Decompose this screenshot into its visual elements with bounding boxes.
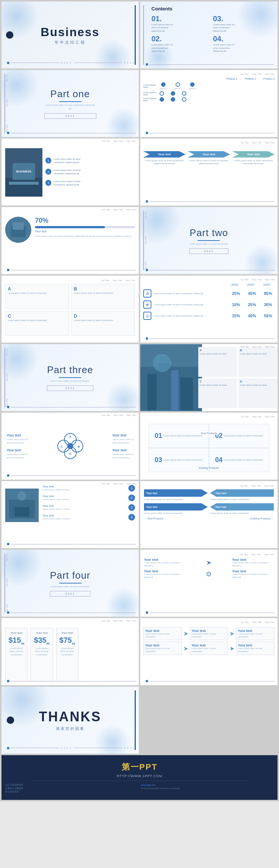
abcd-b: B Lorem ipsum dolor sit amet consectetur bbox=[71, 284, 135, 309]
slide-3col: Top Title Topic Title Topic Title Your t… bbox=[140, 550, 278, 617]
part-four-underline bbox=[59, 583, 81, 584]
part-one-year: 2021 bbox=[44, 113, 96, 119]
svg-rect-1 bbox=[5, 178, 42, 197]
arrow-item-3: Your text Lorem ipsum dolor sit amet con… bbox=[144, 503, 208, 515]
pm-label-new: New Products bbox=[199, 432, 219, 435]
your-text-box-1: Your text Lorem ipsum dolor sit amet con… bbox=[143, 627, 182, 640]
slide12-header: Top Title Topic Title Topic Title bbox=[240, 346, 275, 348]
photo-img-1: BUSINESS bbox=[5, 148, 42, 197]
city-content: A Lorem ipsum dolor sit amet B Lorem ips… bbox=[195, 344, 278, 411]
part-three-desc: Lorem ipsum dolor sit amet consectetur bbox=[47, 379, 93, 383]
slide-products-matrix: Top Title Topic Title Topic Title New Pr… bbox=[140, 413, 278, 480]
part-two-underline bbox=[198, 240, 220, 241]
3col-1: Your text Lorem ipsum dolor sit amet con… bbox=[144, 558, 186, 567]
3col-grid: Your text Lorem ipsum dolor sit amet con… bbox=[144, 558, 274, 579]
slide-part-four: Top Title Topic Title Topic Title Part f… bbox=[1, 550, 139, 617]
stats-row-2: ❋ Lorem ipsum dolor sit amet consectetur… bbox=[143, 301, 275, 309]
pm-grid: 01 Lorem ipsum dolor sit amet consectetu… bbox=[148, 424, 269, 472]
slide-part-two: Top Title Topic Title Topic Title Part t… bbox=[140, 207, 278, 274]
your-text-box-3: Your text Lorem ipsum dolor sit amet con… bbox=[236, 627, 275, 640]
contents-item-2: 02. Lorem ipsum dolor sitamet consectetu… bbox=[151, 35, 211, 53]
your-text-box-6: Your text Lorem ipsum dolor sit amet con… bbox=[236, 642, 275, 655]
3col-gear: ⚙ bbox=[188, 569, 230, 579]
arrow-item-4: Your text Lorem ipsum dolor sit amet con… bbox=[210, 503, 274, 515]
contents-title: Contents bbox=[151, 6, 272, 12]
city-quad-d: D Lorem ipsum dolor sit amet bbox=[238, 378, 277, 408]
part-one-desc: Lorem ipsum dolor sit amet consectetur a… bbox=[44, 104, 96, 111]
footer-divider bbox=[32, 780, 247, 781]
clover-right-top: Your text Lorem ipsum dolor sitamet cons… bbox=[112, 433, 134, 444]
3col-2: Your text Lorem ipsum dolor sit amet con… bbox=[232, 558, 274, 567]
slide20-header: Top Title Topic Title Topic Title bbox=[143, 621, 275, 623]
product-col-headers: Product 1 Product 2 Product 3 bbox=[143, 77, 275, 80]
slide-thanks: THANKS 感谢您的观看 202X 2031 bbox=[1, 687, 139, 754]
svg-text:C: C bbox=[61, 445, 63, 448]
svg-point-14 bbox=[153, 354, 171, 372]
contents-item-3: 03. Lorem ipsum dolor sitamet consectetu… bbox=[213, 15, 273, 32]
svg-rect-27 bbox=[15, 507, 29, 516]
svg-text:D: D bbox=[69, 452, 71, 455]
thanks-dot bbox=[7, 716, 14, 724]
slide5-header: Top Title Topic Title Topic Title bbox=[102, 140, 136, 142]
slide15-header: Top Title Topic Title Topic Title bbox=[102, 483, 136, 485]
slide7-header: Top Title Topic Title Topic Title bbox=[102, 209, 136, 211]
city-quad-c: C Lorem ipsum dolor sit amet bbox=[198, 378, 237, 408]
part-one-title: Part one bbox=[44, 88, 96, 100]
footer-logo: 第一PPT bbox=[122, 762, 158, 773]
progress-label: Your text bbox=[35, 230, 135, 233]
contents-item-1: 01. Lorem ipsum dolor sitamet consectetu… bbox=[151, 15, 211, 32]
slide-part-three: Top Title Topic Title Topic Title Part t… bbox=[1, 344, 139, 411]
main-grid: Business 年中总结汇报 202X 2031 Contents 01. L… bbox=[0, 0, 279, 801]
slide6-header: Top Title Topic Title Topic Title bbox=[143, 142, 275, 144]
part-four-title: Part four bbox=[50, 570, 90, 581]
product-row-1: Lorem ipsum dolor Method 1 Method 1 Meth… bbox=[143, 82, 275, 90]
city-photo bbox=[140, 344, 202, 411]
ribbon-container: Your text Lorem ipsum dolor sit amet con… bbox=[143, 151, 275, 165]
pm-cell-01: 01 Lorem ipsum dolor sit amet consectetu… bbox=[148, 424, 209, 448]
slide-ribbons: Top Title Topic Title Topic Title Your t… bbox=[140, 139, 278, 206]
part-two-year: 2021 bbox=[189, 248, 228, 254]
slide-photo-num2: Top Title Topic Title Topic Title Your t… bbox=[1, 481, 139, 548]
progress-desc: Lorem ipsum dolor sit amet consectetur a… bbox=[35, 235, 135, 238]
left-vbar bbox=[143, 5, 144, 65]
progress-bar-fill bbox=[35, 226, 105, 228]
ribbon-1: Your text Lorem ipsum dolor sit amet con… bbox=[143, 151, 186, 165]
slide-part-one: Top Title Topic Title Topic Title Part o… bbox=[1, 70, 139, 137]
num2-item-2: Your text Lorem ipsum dolor sit amet 2 bbox=[42, 495, 135, 501]
slide-arrows: Top Title Topic Title Topic Title Your t… bbox=[140, 481, 278, 548]
3col-3: Your text Lorem ipsum dolor sit amet con… bbox=[144, 569, 186, 579]
svg-text:A: A bbox=[69, 435, 71, 438]
part-two-desc: Lorem ipsum dolor sit amet consectetur bbox=[189, 242, 228, 246]
photo-box-1: BUSINESS bbox=[5, 148, 42, 197]
num2-item-3: Your text Lorem ipsum dolor sit amet 3 bbox=[42, 504, 135, 511]
footer-bottom: 可以下载免费使用 本模板已注册版权 禁止商业使用 www.1ppt.com Lo… bbox=[5, 783, 274, 794]
progress-image bbox=[5, 217, 31, 243]
clover-right-bottom: Your text Lorem ipsum dolor sitamet cons… bbox=[112, 448, 134, 459]
stats-icon-2: ❋ bbox=[143, 301, 151, 309]
3col-arrow-1: ➤ bbox=[188, 558, 230, 567]
contents-item-4: 04. Lorem ipsum dolor sitamet consectetu… bbox=[213, 35, 273, 53]
svg-rect-4 bbox=[9, 182, 39, 185]
slide10-header: Top Title Topic Title Topic Title bbox=[143, 279, 275, 281]
part-two-title: Part two bbox=[189, 227, 228, 239]
slide-progress: Top Title Topic Title Topic Title 70% Yo… bbox=[1, 207, 139, 274]
slide-stats: Top Title Topic Title Topic Title 2028 2… bbox=[140, 276, 278, 343]
your-text-box-5: Your text Lorem ipsum dolor sit amet con… bbox=[190, 642, 228, 655]
subtitle-cn: 年中总结汇报 bbox=[55, 40, 86, 45]
product-row-2: Lorem ipsum dolor bbox=[143, 91, 275, 96]
part-one-vbar: Top Title Topic Title Topic Title bbox=[4, 74, 5, 133]
part-three-year: 2021 bbox=[47, 385, 93, 391]
slide-photo-list: Top Title Topic Title Topic Title BUSINE… bbox=[1, 139, 139, 206]
slide-pricing: Top Title Topic Title Topic Title Your t… bbox=[1, 618, 139, 685]
footer-url: HTTP://WWW.1PPT.COM bbox=[117, 774, 163, 778]
your-text-box-4: Your text Lorem ipsum dolor sit amet con… bbox=[143, 642, 182, 655]
svg-rect-13 bbox=[180, 378, 193, 410]
slide-contents: Contents 01. Lorem ipsum dolor sitamet c… bbox=[140, 1, 278, 69]
slide13-header: Top Title Topic Title Topic Title bbox=[102, 414, 136, 416]
clover-left: Your text Lorem ipsum dolor sitamet cons… bbox=[7, 431, 28, 461]
thanks-subtitle: 感谢您的观看 bbox=[56, 726, 85, 731]
ribbon-3: Your text Lorem ipsum dolor sit amet con… bbox=[232, 151, 275, 165]
part-four-vbar: Top Title Topic Title Topic Title bbox=[4, 553, 5, 613]
slide-footer: 第一PPT HTTP://WWW.1PPT.COM 可以下载免费使用 本模板已注… bbox=[1, 755, 278, 800]
svg-rect-10 bbox=[148, 374, 157, 410]
